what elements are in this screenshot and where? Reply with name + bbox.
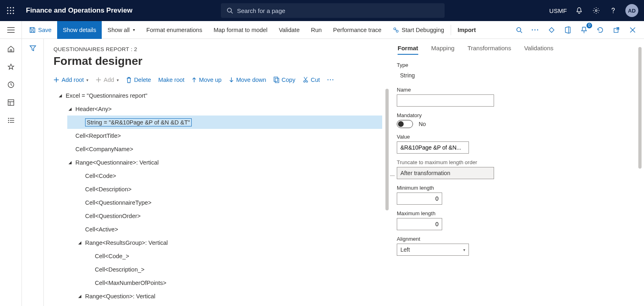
favorites-icon[interactable] bbox=[6, 62, 15, 71]
tree-node[interactable]: ◢Cell<Description> bbox=[53, 182, 382, 196]
move-up-button[interactable]: Move up bbox=[192, 77, 222, 83]
help-icon[interactable] bbox=[608, 6, 618, 15]
properties-panel: || Format Mapping Transformations Valida… bbox=[389, 39, 644, 306]
tree-node[interactable]: ◢Header<Any> bbox=[53, 102, 382, 116]
settings-icon[interactable] bbox=[591, 6, 601, 15]
tree-node[interactable]: ◢String = "&R&10Page &P of &N &D &T" bbox=[67, 116, 382, 129]
show-details-button[interactable]: Show details bbox=[57, 21, 102, 39]
map-format-to-model-button[interactable]: Map format to model bbox=[208, 21, 273, 39]
tree-node[interactable]: ◢Range<Question>: Vertical bbox=[53, 289, 382, 303]
user-avatar[interactable]: AD bbox=[625, 4, 638, 17]
alignment-dropdown[interactable]: Left▾ bbox=[397, 244, 469, 256]
copy-icon bbox=[274, 77, 279, 83]
page-search-icon[interactable] bbox=[513, 24, 525, 36]
svg-point-28 bbox=[8, 118, 9, 119]
validate-button[interactable]: Validate bbox=[273, 21, 305, 39]
expand-caret-icon[interactable]: ◢ bbox=[67, 107, 73, 111]
props-scrollbar[interactable] bbox=[638, 47, 642, 169]
pinned-icon[interactable]: 0 bbox=[578, 24, 590, 36]
filter-icon[interactable] bbox=[29, 45, 36, 306]
tab-format[interactable]: Format bbox=[398, 45, 418, 55]
app-title: Finance and Operations Preview bbox=[26, 6, 133, 15]
move-down-button[interactable]: Move down bbox=[229, 77, 266, 83]
refresh-icon[interactable] bbox=[595, 24, 606, 36]
tree-node[interactable]: ◢Cell<Code> bbox=[53, 169, 382, 182]
svg-point-30 bbox=[8, 120, 9, 121]
modules-icon[interactable] bbox=[6, 116, 15, 125]
home-icon[interactable] bbox=[6, 45, 15, 53]
tree-node-label: Cell<CompanyName> bbox=[75, 146, 133, 153]
show-all-button[interactable]: Show all▾ bbox=[102, 21, 141, 39]
type-value: String bbox=[397, 70, 470, 81]
make-root-button[interactable]: Make root bbox=[158, 77, 184, 83]
trash-icon bbox=[126, 77, 132, 83]
tree-node[interactable]: ◢Cell<QuestionOrder> bbox=[53, 209, 382, 223]
office-icon[interactable] bbox=[562, 24, 573, 36]
center-pane: QUESTIONNAIRES REPORT : 2 Format designe… bbox=[44, 39, 389, 306]
tree-node[interactable]: ◢Cell<Description_> bbox=[53, 263, 382, 276]
arrow-down-icon bbox=[229, 77, 234, 83]
maxlen-label: Maximum length bbox=[397, 210, 630, 216]
start-debugging-button[interactable]: Start Debugging bbox=[387, 21, 450, 39]
more-commands-icon[interactable]: ··· bbox=[530, 24, 541, 36]
run-button[interactable]: Run bbox=[305, 21, 327, 39]
value-label: Value bbox=[397, 134, 630, 140]
expand-caret-icon[interactable]: ◢ bbox=[58, 93, 63, 98]
notifications-icon[interactable] bbox=[574, 6, 584, 15]
panel-resize-handle[interactable]: || bbox=[389, 45, 397, 306]
tree-node-label: Cell<Description> bbox=[85, 186, 131, 193]
name-input[interactable] bbox=[397, 94, 494, 107]
tree-node-label: Cell<QuestionnaireType> bbox=[85, 199, 152, 206]
tree-node[interactable]: ◢Cell<Code_> bbox=[53, 249, 382, 263]
pinned-badge: 0 bbox=[586, 23, 592, 28]
tree-node-label: Cell<Description_> bbox=[95, 266, 145, 273]
tab-mapping[interactable]: Mapping bbox=[431, 45, 455, 55]
filter-column bbox=[22, 39, 44, 306]
save-button[interactable]: Save bbox=[24, 21, 57, 39]
expand-caret-icon[interactable]: ◢ bbox=[77, 294, 83, 298]
tree-node[interactable]: ◢Range<ResultsGroup>: Vertical bbox=[53, 236, 382, 249]
tab-validations[interactable]: Validations bbox=[524, 45, 553, 55]
mandatory-label: Mandatory bbox=[397, 112, 630, 118]
tree-node[interactable]: ◢Excel = "Questionnaires report" bbox=[53, 89, 382, 102]
tree-node[interactable]: ◢Cell<CompanyName> bbox=[53, 142, 382, 156]
attachments-icon[interactable] bbox=[546, 24, 557, 36]
maxlen-input[interactable] bbox=[397, 218, 442, 230]
tree-node-label: Cell<Code> bbox=[85, 172, 116, 180]
app-launcher-icon[interactable] bbox=[0, 0, 21, 21]
tab-transformations[interactable]: Transformations bbox=[467, 45, 511, 55]
tree-node[interactable]: ◢Cell<ReportTitle> bbox=[53, 129, 382, 142]
copy-button[interactable]: Copy bbox=[274, 77, 295, 83]
legal-entity[interactable]: USMF bbox=[549, 7, 567, 14]
close-icon[interactable] bbox=[627, 24, 638, 36]
cut-button[interactable]: Cut bbox=[303, 77, 320, 83]
tree-node[interactable]: ◢Cell<MaxNumberOfPoints> bbox=[53, 276, 382, 289]
expand-caret-icon[interactable]: ◢ bbox=[67, 160, 73, 165]
minlen-input[interactable] bbox=[397, 193, 442, 205]
tree-node-label: Range<Questionnaire>: Vertical bbox=[75, 159, 159, 166]
tree-scrollbar[interactable] bbox=[385, 89, 389, 210]
tree-node-label: Cell<MaxNumberOfPoints> bbox=[95, 279, 167, 287]
workspaces-icon[interactable] bbox=[6, 98, 15, 107]
truncate-dropdown[interactable]: After transformation bbox=[397, 167, 494, 179]
expand-caret-icon[interactable]: ◢ bbox=[77, 240, 83, 245]
search-box[interactable]: Search for a page bbox=[221, 3, 445, 18]
cut-icon bbox=[303, 77, 308, 83]
mandatory-toggle[interactable] bbox=[397, 120, 413, 128]
format-enumerations-button[interactable]: Format enumerations bbox=[141, 21, 208, 39]
tree-node[interactable]: ◢Cell<Active> bbox=[53, 223, 382, 236]
value-input[interactable] bbox=[397, 141, 469, 154]
more-tree-actions-icon[interactable]: ··· bbox=[327, 77, 334, 83]
tree-node[interactable]: ◢Range<Questionnaire>: Vertical bbox=[53, 156, 382, 169]
performance-trace-button[interactable]: Performance trace bbox=[327, 21, 387, 39]
popout-icon[interactable] bbox=[611, 24, 622, 36]
delete-button[interactable]: Delete bbox=[126, 77, 151, 83]
svg-point-11 bbox=[595, 10, 597, 11]
nav-pane-toggle-icon[interactable] bbox=[7, 27, 15, 33]
import-button[interactable]: Import bbox=[452, 21, 481, 39]
svg-point-4 bbox=[10, 10, 11, 11]
recent-icon[interactable] bbox=[6, 80, 15, 89]
add-root-button[interactable]: Add root▾ bbox=[53, 77, 88, 83]
type-label: Type bbox=[397, 62, 630, 68]
tree-node[interactable]: ◢Cell<QuestionnaireType> bbox=[53, 196, 382, 209]
